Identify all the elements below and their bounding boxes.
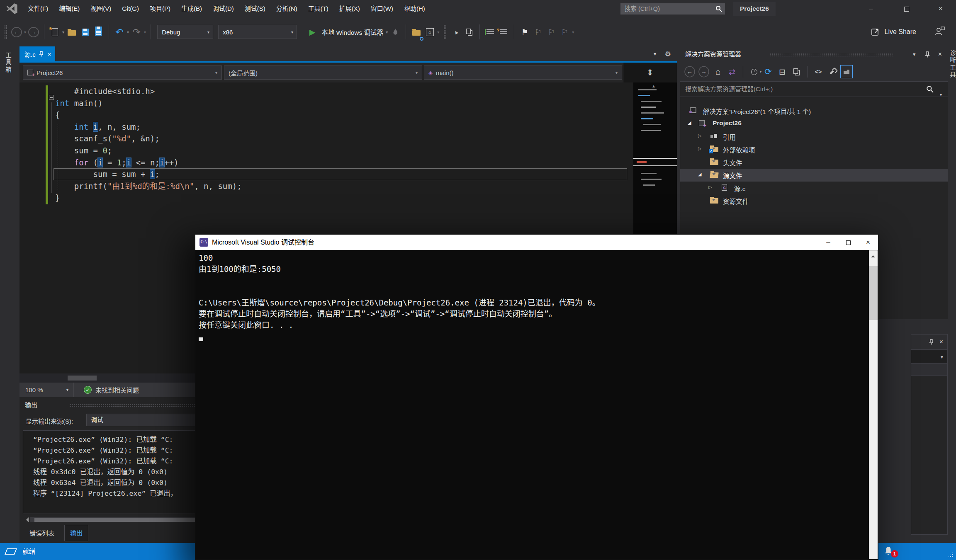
window-close-button[interactable]: × [931, 0, 950, 17]
tree-item-Project26[interactable]: ◢Project26 [680, 117, 948, 130]
tree-item--[interactable]: ▷引用 [680, 130, 948, 143]
tree-item--[interactable]: ◢源文件 [680, 169, 948, 182]
pin-icon[interactable] [39, 51, 44, 57]
code-line[interactable]: { [55, 109, 630, 121]
pending-changes-filter-button[interactable]: ▾ [748, 65, 760, 78]
menu-item[interactable]: 工具(T) [303, 0, 334, 17]
menu-item[interactable]: 扩展(X) [334, 0, 365, 17]
pin-icon[interactable] [925, 51, 930, 58]
code-line[interactable]: for (i = 1;i <= n;i++) [55, 157, 630, 169]
collapsed-arrow-icon[interactable]: ▷ [698, 146, 701, 151]
solution-platform-dropdown[interactable]: x86 ▾ [218, 25, 297, 39]
close-panel-icon[interactable]: × [938, 51, 942, 58]
close-tab-icon[interactable]: × [48, 51, 51, 58]
show-all-files-button[interactable] [790, 65, 803, 78]
code-line[interactable]: printf("由1到%d的和是:%d\n", n, sum); [55, 180, 630, 192]
view-code-button[interactable]: <> [812, 65, 825, 78]
debug-console-window[interactable]: C:\ Microsoft Visual Studio 调试控制台 – × 10… [195, 234, 878, 560]
toolbar-grip[interactable] [443, 24, 447, 39]
new-file-button[interactable] [49, 24, 60, 39]
save-all-button[interactable] [93, 24, 104, 39]
function-dropdown[interactable]: ◈ main() ▾ [424, 65, 622, 80]
menu-item[interactable]: 编辑(E) [54, 0, 85, 17]
panel-drag-grip[interactable] [769, 53, 894, 56]
collapse-all-button[interactable]: ⊟ [776, 65, 788, 78]
copy-reference-button[interactable] [464, 24, 474, 39]
code-line[interactable]: #include<stdio.h> [55, 85, 630, 97]
properties-button[interactable] [826, 65, 839, 78]
search-options-caret-icon[interactable]: ▾ [940, 87, 942, 102]
collapsed-arrow-icon[interactable]: ▷ [708, 184, 712, 190]
code-line[interactable]: } [55, 192, 630, 204]
code-line[interactable]: sum = 0; [55, 145, 630, 157]
sync-with-active-document-button[interactable]: ⌂ [424, 24, 435, 39]
editor-options-gear-icon[interactable]: ⚙ [665, 50, 671, 58]
menu-item[interactable]: 调试(D) [207, 0, 239, 17]
scope-dropdown[interactable]: (全局范围) ▾ [224, 65, 422, 80]
code-line[interactable]: int main() [55, 97, 630, 109]
notification-count-badge[interactable]: 1 [891, 550, 898, 558]
code-line[interactable]: sum = sum + i; [55, 168, 630, 180]
menu-item[interactable]: Git(G) [117, 0, 144, 17]
document-health-indicator[interactable]: ✓ 未找到相关问题 [84, 385, 139, 394]
close-panel-icon[interactable]: × [939, 338, 943, 346]
console-output[interactable]: 100由1到100的和是:5050 C:\Users\王斯熠\source\re… [195, 250, 878, 560]
scrollbar-thumb[interactable] [68, 376, 97, 381]
navigate-back-dropdown[interactable]: ▾ [24, 30, 26, 34]
menu-item[interactable]: 项目(P) [144, 0, 176, 17]
menu-item[interactable]: 窗口(W) [365, 0, 399, 17]
tree-item--[interactable]: ▷↗外部依赖项 [680, 143, 948, 156]
code-line[interactable]: int i, n, sum; [55, 121, 630, 133]
search-input[interactable]: 搜索 (Ctrl+Q) [620, 3, 725, 15]
menu-item[interactable]: 分析(N) [271, 0, 303, 17]
select-pointer-button[interactable]: ▲ [448, 23, 465, 41]
bookmark-dropdown[interactable]: ▾ [572, 30, 574, 34]
tree-item--Project26-1-1-[interactable]: 解决方案“Project26”(1 个项目/共 1 个) [680, 104, 948, 117]
toolbox-side-tab[interactable]: 工具箱 [4, 52, 12, 74]
window-maximize-button[interactable] [897, 0, 916, 17]
project-dropdown[interactable]: Project26 ▾ [23, 65, 222, 80]
properties-object-dropdown[interactable]: ▼ [911, 349, 947, 364]
document-tab-active[interactable]: 源.c × [19, 46, 55, 61]
undo-button[interactable]: ↶ [114, 24, 125, 39]
start-debugging-button[interactable]: ▶ [307, 24, 318, 39]
scroll-left-icon[interactable] [24, 517, 29, 522]
home-button[interactable]: ⌂ [712, 65, 724, 78]
panel-menu-dropdown[interactable]: ▼ [912, 52, 917, 57]
tab-output-active[interactable]: 输出 [64, 525, 88, 541]
solution-configuration-dropdown[interactable]: Debug ▾ [157, 25, 213, 39]
new-file-dropdown[interactable]: ▾ [62, 30, 64, 34]
uncomment-lines-button[interactable] [498, 24, 509, 39]
expanded-arrow-icon[interactable]: ◢ [688, 120, 691, 126]
send-feedback-button[interactable] [934, 26, 945, 38]
collapsed-arrow-icon[interactable]: ▷ [698, 133, 701, 138]
open-file-button[interactable] [66, 24, 77, 39]
console-maximize-button[interactable] [838, 235, 858, 250]
console-title-bar[interactable]: C:\ Microsoft Visual Studio 调试控制台 – × [195, 235, 878, 250]
toggle-bookmark-button[interactable]: ⚑ [519, 24, 530, 39]
zoom-level-dropdown[interactable]: 100 % ▾ [19, 383, 74, 397]
next-bookmark-button[interactable]: ⚐ [546, 24, 557, 39]
menu-item[interactable]: 文件(F) [22, 0, 54, 17]
tree-item--[interactable]: 资源文件 [680, 194, 948, 207]
code-line[interactable]: scanf_s("%d", &n); [55, 133, 630, 145]
explorer-back-button[interactable]: ← [684, 66, 695, 77]
redo-button[interactable]: ↷ [131, 24, 142, 39]
expanded-arrow-icon[interactable]: ◢ [698, 172, 701, 177]
console-minimize-button[interactable]: – [818, 235, 838, 250]
tab-list-dropdown[interactable]: ▼ [653, 51, 657, 56]
live-share-button[interactable]: Live Share [871, 27, 917, 36]
hot-reload-icon[interactable] [390, 24, 401, 39]
menu-item[interactable]: 生成(B) [176, 0, 207, 17]
debug-target-dropdown[interactable]: ▾ [386, 30, 388, 34]
pin-icon[interactable] [929, 339, 934, 345]
menu-item[interactable]: 视图(V) [85, 0, 117, 17]
find-in-files-button[interactable] [411, 24, 422, 39]
comment-lines-button[interactable] [485, 24, 496, 39]
console-scrollbar[interactable] [869, 250, 878, 559]
navigate-back-button[interactable]: ← [11, 27, 22, 37]
tree-item--.c[interactable]: ▷c源.c [680, 182, 948, 194]
preview-selected-items-toggle-active[interactable] [840, 65, 853, 78]
save-button[interactable] [80, 24, 90, 39]
clear-bookmarks-button[interactable]: ⚐ [559, 24, 570, 39]
